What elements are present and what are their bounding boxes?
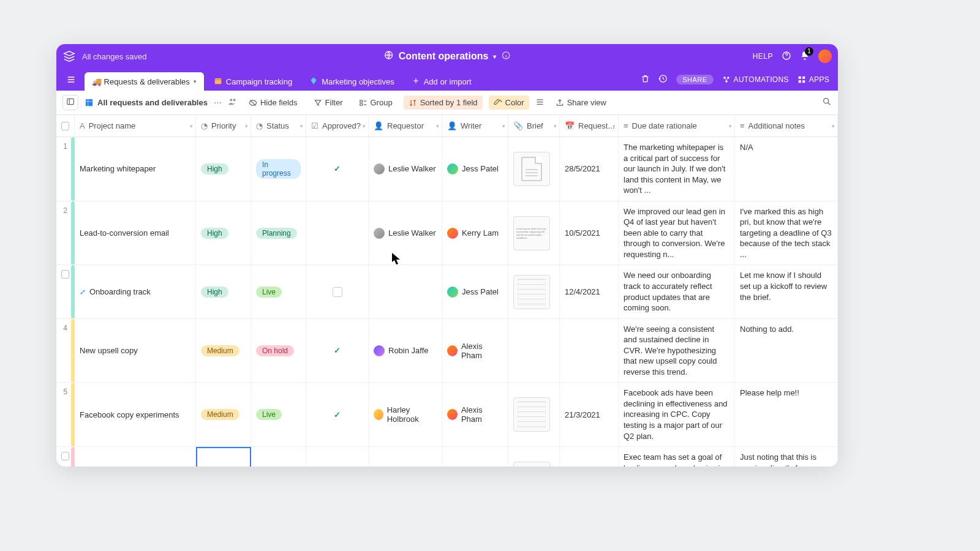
- cell-approved[interactable]: [306, 265, 369, 318]
- cell-date[interactable]: 10/5/2021: [560, 201, 619, 265]
- row-number[interactable]: 2: [56, 201, 75, 265]
- approved-checkbox[interactable]: [333, 287, 342, 297]
- cell-priority[interactable]: Low▾: [196, 447, 251, 467]
- row-height-icon[interactable]: [535, 97, 545, 108]
- cell-priority[interactable]: High: [196, 137, 251, 201]
- cell-notes[interactable]: Just noting that this is coming directly…: [735, 447, 838, 467]
- color-button[interactable]: Color: [489, 96, 529, 110]
- cell-writer[interactable]: Jess Patel: [442, 265, 508, 318]
- writer-chip[interactable]: Kerry Lam: [447, 228, 499, 239]
- view-menu-icon[interactable]: ⋯: [214, 98, 222, 107]
- row-number[interactable]: 5: [56, 383, 75, 446]
- approved-check-icon[interactable]: ✓: [334, 346, 341, 355]
- cell-approved[interactable]: [306, 201, 369, 265]
- filter-button[interactable]: Filter: [309, 96, 348, 110]
- notifications-icon[interactable]: 1: [800, 51, 810, 62]
- col-requestor[interactable]: 👤 Requestor▾: [369, 115, 442, 137]
- cell-status[interactable]: Live: [251, 265, 306, 318]
- cell-requestor[interactable]: Harley Holbrook: [369, 383, 442, 446]
- cell-notes[interactable]: Nothing to add.: [735, 319, 838, 383]
- sidebar-collapse-icon[interactable]: [62, 95, 78, 110]
- cell-project[interactable]: ⤢Onboarding track: [75, 265, 196, 318]
- cell-status[interactable]: On hold: [251, 319, 306, 383]
- cell-brief[interactable]: [508, 137, 560, 201]
- approved-check-icon[interactable]: ✓: [334, 410, 341, 419]
- cell-approved[interactable]: [306, 447, 369, 467]
- cell-writer[interactable]: Alexis Pham: [442, 383, 508, 446]
- col-approved[interactable]: ☑ Approved?▾: [306, 115, 369, 137]
- col-notes[interactable]: ≡ Additional notes▾: [735, 115, 838, 137]
- cell-rationale[interactable]: We need our onboarding track to accurate…: [619, 265, 735, 318]
- cell-status[interactable]: Planning: [251, 201, 306, 265]
- cell-approved[interactable]: ✓: [306, 319, 369, 383]
- cell-notes[interactable]: Please help me!!: [735, 383, 838, 446]
- requestor-chip[interactable]: Robin Jaffe: [374, 345, 429, 356]
- share-button[interactable]: SHARE: [676, 75, 713, 84]
- select-all-checkbox[interactable]: [56, 115, 75, 137]
- cell-brief[interactable]: Lorem ipsum dolor sit amet, consectetur …: [508, 201, 560, 265]
- col-requested[interactable]: 📅 Request...▾: [560, 115, 619, 137]
- row-number[interactable]: 4: [56, 319, 75, 383]
- col-rationale[interactable]: ≡ Due date rationale▾: [619, 115, 735, 137]
- view-name[interactable]: All requests and deliverables: [85, 98, 208, 107]
- cell-status[interactable]: In progress: [251, 137, 306, 201]
- cell-notes[interactable]: N/A: [735, 137, 838, 201]
- cell-rationale[interactable]: We improved our lead gen in Q4 of last y…: [619, 201, 735, 265]
- cell-writer[interactable]: Kerry Lam: [442, 201, 508, 265]
- cell-priority[interactable]: High: [196, 265, 251, 318]
- tab-campaign[interactable]: Campaign tracking: [206, 72, 300, 91]
- col-project[interactable]: A Project name▾: [75, 115, 196, 137]
- requestor-chip[interactable]: Harley Holbrook: [374, 405, 437, 424]
- brief-thumbnail[interactable]: Lorem ipsum dolor sit amet, consectetur …: [513, 216, 550, 250]
- cell-date[interactable]: 12/4/2021: [560, 265, 619, 318]
- hide-fields-button[interactable]: Hide fields: [244, 96, 303, 110]
- row-checkbox[interactable]: [61, 270, 69, 279]
- cell-brief[interactable]: [508, 319, 560, 383]
- row-number[interactable]: 1: [56, 137, 75, 201]
- approved-check-icon[interactable]: ✓: [334, 164, 341, 173]
- cell-requestor[interactable]: [369, 447, 442, 467]
- apps-link[interactable]: APPS: [797, 75, 829, 84]
- cell-brief[interactable]: [508, 383, 560, 446]
- search-icon[interactable]: [822, 97, 832, 108]
- cell-project[interactable]: Facebook copy experiments: [75, 383, 196, 446]
- brief-thumbnail[interactable]: [513, 275, 550, 309]
- cell-notes[interactable]: I've marked this as high pri, but know t…: [735, 201, 838, 265]
- cell-requestor[interactable]: Leslie Walker: [369, 201, 442, 265]
- title-caret-icon[interactable]: ▾: [493, 53, 496, 60]
- cell-rationale[interactable]: We're seeing a consistent and sustained …: [619, 319, 735, 383]
- cell-rationale[interactable]: The marketing whitepaper is a critical p…: [619, 137, 735, 201]
- cell-writer[interactable]: Alexis Pham: [442, 319, 508, 383]
- expand-record-icon[interactable]: ⤢: [80, 288, 86, 296]
- cell-writer[interactable]: Kerry Lam: [442, 447, 508, 467]
- tab-objectives[interactable]: Marketing objectives: [302, 72, 402, 91]
- writer-chip[interactable]: Alexis Pham: [447, 342, 503, 360]
- collaborators-icon[interactable]: [228, 97, 238, 108]
- cell-rationale[interactable]: Exec team has set a goal of landing a ne…: [619, 447, 735, 467]
- info-icon[interactable]: [501, 51, 510, 62]
- tab-requests[interactable]: 🚚 Requests & deliverables ▾: [85, 72, 204, 91]
- base-title[interactable]: Content operations ▾: [384, 50, 511, 62]
- help-link[interactable]: HELP: [753, 52, 773, 61]
- cell-project[interactable]: New upsell copy: [75, 319, 196, 383]
- cell-project[interactable]: Lead-to-conversion email: [75, 201, 196, 265]
- writer-chip[interactable]: Jess Patel: [447, 287, 499, 298]
- cell-approved[interactable]: ✓: [306, 383, 369, 446]
- cell-priority[interactable]: Medium: [196, 383, 251, 446]
- add-or-import[interactable]: Add or import: [404, 72, 479, 91]
- history-icon[interactable]: [658, 74, 668, 85]
- cell-requestor[interactable]: Leslie Walker: [369, 137, 442, 201]
- col-priority[interactable]: ◔ Priority▾: [196, 115, 251, 137]
- sidebar-toggle-icon[interactable]: [62, 71, 80, 88]
- row-checkbox[interactable]: [61, 452, 69, 460]
- requestor-chip[interactable]: Leslie Walker: [374, 163, 436, 174]
- cell-requestor[interactable]: [369, 265, 442, 318]
- writer-chip[interactable]: Jess Patel: [447, 163, 499, 174]
- cell-brief[interactable]: [508, 265, 560, 318]
- brief-thumbnail[interactable]: [513, 462, 550, 467]
- cell-rationale[interactable]: Facebook ads have been declining in effe…: [619, 383, 735, 446]
- cell-priority[interactable]: Medium: [196, 319, 251, 383]
- brief-thumbnail[interactable]: [513, 397, 550, 432]
- col-writer[interactable]: 👤 Writer▾: [442, 115, 508, 137]
- cell-notes[interactable]: Let me know if I should set up a kickoff…: [735, 265, 838, 318]
